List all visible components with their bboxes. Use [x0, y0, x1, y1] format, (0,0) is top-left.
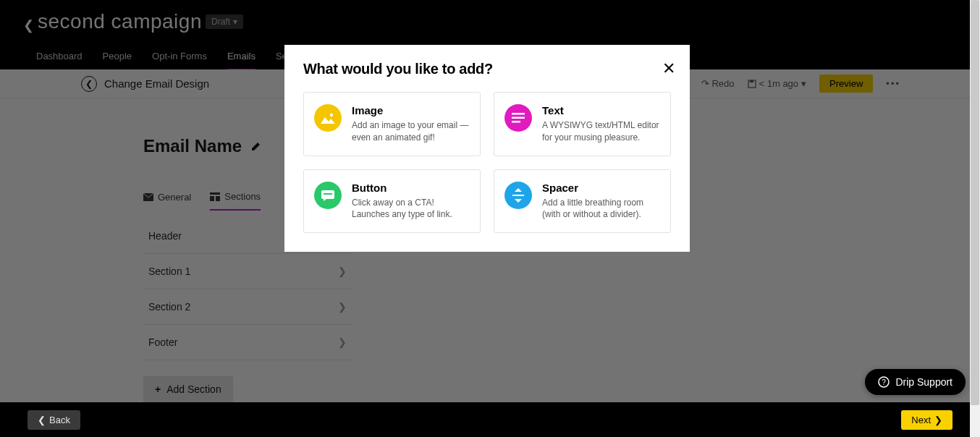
svg-rect-12 [512, 195, 524, 196]
card-desc: Add a little breathing room (with or wit… [542, 197, 660, 221]
modal-card-button[interactable]: Button Click away on a CTA! Launches any… [303, 169, 481, 234]
modal-card-image[interactable]: Image Add an image to your email — even … [303, 92, 481, 156]
next-button[interactable]: Next ❯ [901, 410, 952, 430]
modal-grid: Image Add an image to your email — even … [303, 92, 671, 233]
svg-rect-9 [512, 121, 520, 123]
scrollbar-thumb[interactable] [971, 0, 979, 405]
chevron-right-icon: ❯ [934, 415, 942, 425]
card-desc: Add an image to your email — even an ani… [352, 119, 470, 144]
help-icon: ? [878, 376, 890, 388]
button-icon [314, 182, 342, 209]
modal-title: What would you like to add? [303, 61, 671, 77]
card-title: Spacer [542, 182, 660, 194]
text-icon [504, 104, 532, 132]
svg-rect-8 [512, 117, 525, 119]
card-desc: Click away on a CTA! Launches any type o… [352, 197, 470, 221]
modal-close-button[interactable]: ✕ [662, 59, 675, 78]
bottom-bar: ❮ Back Next ❯ [0, 402, 980, 437]
svg-rect-7 [512, 113, 525, 115]
modal-card-text[interactable]: Text A WYSIWYG text/HTML editor for your… [494, 92, 671, 156]
scrollbar-track[interactable] [970, 0, 980, 437]
svg-text:?: ? [882, 378, 887, 386]
svg-point-6 [330, 114, 333, 116]
svg-rect-11 [324, 193, 332, 195]
add-block-modal: What would you like to add? ✕ Image Add … [284, 45, 690, 252]
chevron-left-icon: ❮ [38, 415, 46, 425]
support-widget[interactable]: ? Drip Support [865, 369, 966, 395]
card-desc: A WYSIWYG text/HTML editor for your musi… [542, 119, 660, 144]
image-icon [314, 104, 342, 132]
spacer-icon [504, 182, 532, 209]
card-title: Button [352, 182, 470, 194]
card-title: Image [352, 104, 470, 116]
back-button[interactable]: ❮ Back [28, 410, 80, 430]
modal-card-spacer[interactable]: Spacer Add a little breathing room (with… [494, 169, 671, 234]
card-title: Text [542, 104, 660, 116]
